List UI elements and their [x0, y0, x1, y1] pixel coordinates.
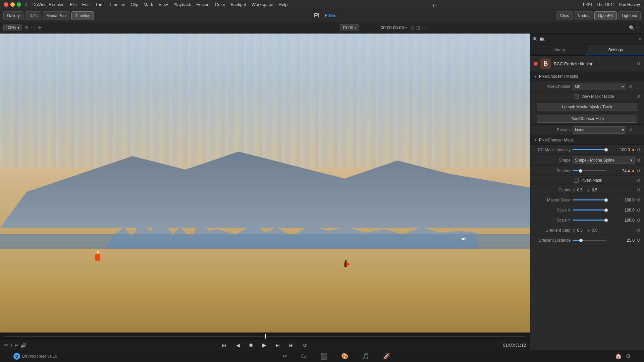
tab-settings[interactable]: Settings	[587, 45, 644, 55]
tab-library[interactable]: Library	[530, 45, 587, 55]
pc-mask-intensity-thumb[interactable]	[604, 148, 608, 152]
loop-button[interactable]: ⟳	[301, 342, 309, 349]
feather-slider[interactable]	[573, 170, 606, 171]
file-menu-item[interactable]: File	[70, 2, 77, 7]
timeline-progress[interactable]	[5, 336, 525, 337]
view-menu-item[interactable]: View	[159, 2, 168, 7]
skip-to-start-button[interactable]: ⏮	[220, 342, 229, 349]
arrow-tool-icon[interactable]: ▾	[10, 343, 12, 348]
clip-menu-item[interactable]: Clip	[131, 2, 138, 7]
feather-thumb[interactable]	[579, 169, 582, 173]
pc-mask-intensity-keyframe-icon[interactable]: ◆	[632, 148, 635, 152]
edit-menu-item[interactable]: Edit	[82, 2, 90, 7]
play-button[interactable]: ▶	[260, 341, 268, 349]
fairlight-menu-item[interactable]: Fairlight	[231, 2, 246, 7]
plugin-reset-button[interactable]: ↺	[637, 61, 641, 66]
viewer-more-icon[interactable]: ⋯	[636, 25, 641, 31]
timeline-menu-item[interactable]: Timeline	[109, 2, 125, 7]
clear-search-icon[interactable]: ✕	[638, 37, 641, 42]
scale-x-thumb[interactable]	[604, 208, 608, 212]
presets-reset-button[interactable]: ↺	[628, 127, 632, 133]
scale-x-slider[interactable]	[573, 209, 606, 210]
mark-menu-item[interactable]: Mark	[144, 2, 153, 7]
pixelchooser-dropdown[interactable]: On ▾	[573, 83, 626, 90]
help-menu-item[interactable]: Help	[279, 2, 288, 7]
minimize-button[interactable]	[10, 2, 15, 7]
fullscreen-button[interactable]	[17, 2, 21, 7]
pixelchooser-mask-section-header[interactable]: ▼ PixelChooser Mask	[530, 136, 644, 145]
workspace-menu-item[interactable]: Workspace	[252, 2, 273, 7]
master-scale-slider[interactable]	[573, 199, 606, 200]
feather-keyframe-icon[interactable]: ◆	[632, 169, 635, 173]
master-scale-thumb[interactable]	[604, 198, 608, 202]
pc-mask-intensity-label: PC Mask Intensity	[534, 147, 571, 152]
scale-y-slider[interactable]	[573, 220, 606, 221]
view-mask-reset-button[interactable]: ↺	[637, 94, 641, 99]
scale-y-row: Scale Y 100.0 ↺	[530, 215, 644, 225]
viewer-icon-grid[interactable]: ⊞	[24, 25, 28, 30]
viewer-search-icon[interactable]: 🔍	[629, 25, 635, 31]
shape-dropdown[interactable]: Shape - Mocha Spline ▾	[573, 157, 635, 164]
lightbox-button[interactable]: Lightbox	[618, 11, 641, 20]
settings-scroll-area[interactable]: ▼ PixelChooser / Mocha PixelChooser On ▾…	[530, 72, 644, 362]
viewer-icon-crosshair[interactable]: ✛	[38, 25, 42, 30]
zoom-selector[interactable]: 108% ▾	[3, 24, 22, 31]
scale-x-reset-button[interactable]: ↺	[637, 207, 641, 213]
scale-y-slider-container	[573, 220, 619, 221]
playback-menu-item[interactable]: Playback	[173, 2, 191, 7]
gradient-start-y-value: 0.5	[592, 228, 597, 233]
master-scale-reset-button[interactable]: ↺	[637, 197, 641, 203]
nav-deliver-icon[interactable]: 🚀	[383, 353, 390, 360]
clips-button[interactable]: Clips	[556, 11, 573, 20]
scale-y-thumb[interactable]	[604, 219, 608, 222]
scale-y-reset-button[interactable]: ↺	[637, 218, 641, 223]
pixelchooser-help-button[interactable]: PixelChooser Help	[537, 115, 637, 123]
openfx-button[interactable]: OpenFX	[594, 11, 617, 20]
pixelchooser-reset-button[interactable]: ↺	[628, 84, 632, 89]
gradient-start-reset-button[interactable]: ↺	[637, 228, 641, 233]
stop-button[interactable]: ■	[247, 341, 255, 349]
color-menu-item[interactable]: Color	[215, 2, 225, 7]
nodes-button[interactable]: Nodes	[574, 11, 593, 20]
viewer-icon-dots[interactable]: ⋯	[31, 25, 35, 30]
launch-mocha-button[interactable]: Launch Mocha Mask / Track	[537, 103, 637, 111]
skip-to-end-button[interactable]: ⏭	[287, 342, 296, 349]
close-button[interactable]	[4, 2, 8, 7]
presets-dropdown[interactable]: None ▾	[573, 126, 626, 134]
nav-home-icon[interactable]: 🏠	[615, 353, 622, 359]
gradient-distance-slider[interactable]	[573, 240, 606, 241]
draw-tool-icon[interactable]: ✏	[4, 342, 8, 348]
gallery-button[interactable]: Gallery	[3, 11, 23, 20]
media-pool-button[interactable]: Media Pool	[43, 11, 70, 20]
invert-mask-checkbox[interactable]	[574, 178, 579, 183]
view-mask-checkbox[interactable]	[574, 94, 579, 99]
nav-fairlight-icon[interactable]: 🎵	[362, 353, 369, 360]
luts-button[interactable]: LUTs	[25, 11, 41, 20]
previous-frame-button[interactable]: ◀	[234, 342, 242, 349]
feather-reset-button[interactable]: ↺	[637, 168, 641, 174]
viewer-snapshot-icon[interactable]: ⊙	[411, 25, 415, 31]
timeline-button[interactable]: Timeline	[71, 11, 94, 20]
gradient-distance-thumb[interactable]	[579, 239, 583, 242]
fusion-menu-item[interactable]: Fusion	[197, 2, 210, 7]
next-frame-button[interactable]: ▶|	[274, 342, 282, 348]
search-input[interactable]	[540, 37, 636, 42]
center-reset-button[interactable]: ↺	[637, 187, 641, 193]
viewer-fit-icon[interactable]: ⊡	[416, 25, 420, 31]
pixelchooser-mocha-section-header[interactable]: ▼ PixelChooser / Mocha	[530, 72, 644, 81]
gradient-distance-reset-button[interactable]: ↺	[637, 238, 641, 243]
nav-timeline-icon[interactable]: ⬛	[320, 353, 328, 360]
nav-media-icon[interactable]: 🗂	[301, 353, 307, 360]
trim-menu-item[interactable]: Trim	[95, 2, 104, 7]
pc-mask-intensity-reset-button[interactable]: ↺	[637, 147, 641, 153]
viewer-menu-icon[interactable]: ⋯	[422, 25, 426, 31]
pc-mask-intensity-slider[interactable]	[573, 149, 606, 150]
shape-reset-button[interactable]: ↺	[637, 158, 641, 163]
timeline-scrubber[interactable]	[0, 333, 530, 340]
audio-icon[interactable]: 🔊	[20, 343, 26, 348]
nav-color-icon[interactable]: 🎨	[341, 353, 348, 360]
invert-mask-reset-button[interactable]: ↺	[637, 178, 641, 183]
undo-icon[interactable]: ↩	[14, 343, 18, 348]
nav-settings-icon[interactable]: ⚙	[626, 353, 631, 359]
nav-cut-icon[interactable]: ✂	[282, 353, 287, 360]
